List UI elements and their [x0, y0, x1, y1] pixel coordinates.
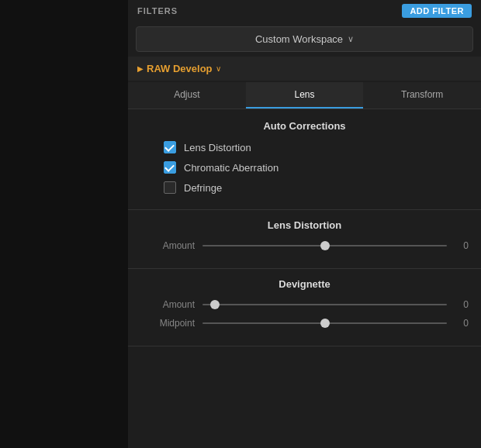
- lens-distortion-checkbox-label: Lens Distortion: [184, 142, 251, 153]
- dv-midpoint-label: Midpoint: [140, 318, 195, 329]
- tab-lens[interactable]: Lens: [246, 82, 364, 109]
- tab-adjust[interactable]: Adjust: [128, 82, 246, 109]
- raw-develop-chevron-icon: ∨: [216, 64, 221, 73]
- dv-amount-track: [202, 304, 447, 305]
- panel-title: FILTERS: [137, 6, 178, 16]
- auto-corrections-title: Auto Corrections: [140, 120, 469, 132]
- chromatic-aberration-row: Chromatic Aberration: [140, 161, 469, 174]
- devignette-section: Devignette Amount 0 Midpoint: [128, 269, 481, 346]
- chromatic-aberration-checkbox[interactable]: [164, 161, 176, 174]
- ld-amount-track-container[interactable]: [202, 244, 447, 247]
- dv-amount-track-container[interactable]: [202, 303, 447, 306]
- tabs-bar: Adjust Lens Transform: [128, 82, 481, 109]
- ld-amount-thumb[interactable]: [320, 241, 330, 250]
- workspace-selector[interactable]: Custom Workspace ∨: [136, 26, 473, 52]
- dv-midpoint-row: Midpoint 0: [140, 318, 469, 329]
- dv-midpoint-track-container[interactable]: [202, 322, 447, 325]
- raw-develop-arrow-icon: ▶: [137, 64, 144, 73]
- panel-header: FILTERS ADD FILTER: [128, 0, 481, 22]
- dv-amount-thumb[interactable]: [210, 300, 220, 309]
- lens-distortion-checkbox[interactable]: [164, 141, 176, 153]
- dv-midpoint-value: 0: [453, 318, 469, 329]
- raw-develop-section-header[interactable]: ▶ RAW Develop ∨: [128, 57, 481, 81]
- sidebar: [0, 0, 128, 448]
- auto-corrections-section: Auto Corrections Lens Distortion Chromat…: [128, 109, 481, 210]
- chromatic-aberration-checkbox-label: Chromatic Aberration: [184, 162, 279, 174]
- defringe-checkbox[interactable]: [164, 181, 176, 194]
- workspace-chevron-icon: ∨: [348, 34, 354, 44]
- dv-amount-value: 0: [453, 299, 469, 310]
- defringe-row: Defringe: [140, 181, 469, 194]
- dv-midpoint-thumb[interactable]: [320, 319, 330, 328]
- main-panel: FILTERS ADD FILTER Custom Workspace ∨ ▶ …: [128, 0, 481, 448]
- lens-distortion-row: Lens Distortion: [140, 141, 469, 153]
- ld-amount-track: [202, 245, 447, 246]
- devignette-section-title: Devignette: [140, 278, 469, 290]
- defringe-checkbox-label: Defringe: [184, 182, 222, 194]
- dv-midpoint-track: [202, 322, 447, 324]
- tab-transform[interactable]: Transform: [363, 82, 481, 109]
- lens-distortion-section: Lens Distortion Amount 0: [128, 210, 481, 269]
- ld-amount-value: 0: [453, 240, 469, 251]
- raw-develop-label: RAW Develop: [147, 63, 213, 74]
- dv-amount-label: Amount: [140, 299, 195, 310]
- tab-content: Auto Corrections Lens Distortion Chromat…: [128, 109, 481, 448]
- dv-amount-row: Amount 0: [140, 299, 469, 310]
- add-filter-button[interactable]: ADD FILTER: [402, 4, 472, 18]
- workspace-label: Custom Workspace: [255, 33, 343, 45]
- lens-distortion-section-title: Lens Distortion: [140, 219, 469, 231]
- ld-amount-row: Amount 0: [140, 240, 469, 251]
- ld-amount-label: Amount: [140, 240, 195, 251]
